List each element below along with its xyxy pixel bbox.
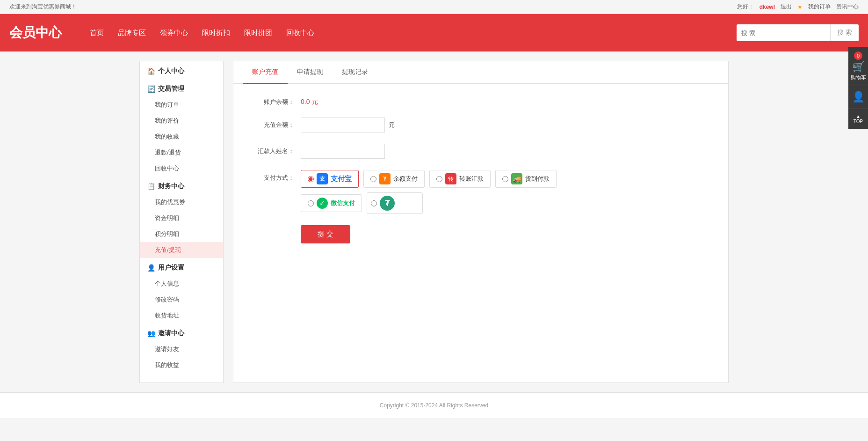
trade-icon: 🔄 <box>147 85 155 93</box>
top-label: TOP <box>854 119 863 124</box>
payment-section: 支付方式： 支 支付宝 ¥ 余额支付 <box>252 170 709 214</box>
sidebar-item-refund[interactable]: 退款/退货 <box>140 145 223 161</box>
sidebar-section-settings: 👤 用户设置 <box>140 258 223 276</box>
payment-wechat[interactable]: ✓ 微信支付 <box>301 194 362 212</box>
payment-usdt[interactable]: ₮ <box>367 192 423 214</box>
radio-wechat[interactable] <box>308 200 314 206</box>
sidebar-item-favorites[interactable]: 我的收藏 <box>140 129 223 145</box>
radio-cod[interactable] <box>502 176 508 182</box>
balance-pay-label: 余额支付 <box>393 175 418 183</box>
search-input[interactable] <box>737 29 830 37</box>
top-icon: ▲ <box>856 114 861 119</box>
content-area: 账户充值 申请提现 提现记录 账户余额： 0.0 元 充值金额： 元 汇款人姓名… <box>233 61 729 383</box>
radio-transfer[interactable] <box>436 176 442 182</box>
payer-row: 汇款人姓名： <box>252 144 709 159</box>
cod-icon: 🚚 <box>511 173 522 184</box>
sidebar-item-address[interactable]: 收货地址 <box>140 308 223 323</box>
search-box: 搜 索 <box>737 24 859 41</box>
sidebar-settings-label: 用户设置 <box>158 264 184 272</box>
balance-value: 0.0 元 <box>301 98 318 106</box>
user-item[interactable]: 👤 <box>848 86 868 109</box>
sidebar-item-password[interactable]: 修改密码 <box>140 292 223 308</box>
payment-alipay[interactable]: 支 支付宝 <box>301 170 359 188</box>
right-panel: 0 🛒 购物车 👤 ▲ TOP <box>848 47 868 129</box>
submit-row: 提 交 <box>252 225 709 243</box>
tab-recharge[interactable]: 账户充值 <box>243 61 288 84</box>
sidebar-section-finance: 📋 财务中心 <box>140 176 223 194</box>
top-button[interactable]: ▲ TOP <box>848 109 868 129</box>
sidebar: 🏠 个人中心 🔄 交易管理 我的订单 我的评价 我的收藏 退款/退货 回收中心 … <box>139 61 224 383</box>
nav-home[interactable]: 首页 <box>90 26 104 40</box>
payer-input[interactable] <box>301 144 385 159</box>
yuan-unit: 元 <box>389 121 395 129</box>
topbar-logout[interactable]: 退出 <box>781 3 792 11</box>
alipay-icon: 支 <box>317 173 328 184</box>
sidebar-section-personal: 🏠 个人中心 <box>140 61 223 79</box>
topbar-greeting: 您好： <box>737 3 754 11</box>
topbar-username: dkewl <box>760 4 775 10</box>
payment-cod[interactable]: 🚚 货到付款 <box>495 170 557 188</box>
wechat-icon: ✓ <box>317 198 328 209</box>
radio-usdt[interactable] <box>371 200 377 206</box>
sidebar-item-recycle[interactable]: 回收中心 <box>140 161 223 176</box>
payment-balance[interactable]: ¥ 余额支付 <box>363 170 425 188</box>
radio-balance[interactable] <box>370 176 376 182</box>
payment-transfer[interactable]: 转 转账汇款 <box>429 170 491 188</box>
cart-icon: 🛒 <box>852 61 865 73</box>
balance-label: 账户余额： <box>252 98 294 106</box>
cart-badge: 0 <box>854 51 862 60</box>
user-panel-icon: 👤 <box>852 91 865 103</box>
footer-text: Copyright © 2015-2024 All Rights Reserve… <box>380 402 488 409</box>
sidebar-personal-label: 个人中心 <box>158 67 184 75</box>
invite-icon: 👥 <box>147 330 155 337</box>
sidebar-item-coupons[interactable]: 我的优惠券 <box>140 194 223 210</box>
balance-row: 账户余额： 0.0 元 <box>252 98 709 106</box>
wechat-label: 微信支付 <box>331 199 355 207</box>
sidebar-item-invite-friends[interactable]: 邀请好友 <box>140 341 223 357</box>
sidebar-invite-label: 邀请中心 <box>158 329 184 338</box>
nav-recycle[interactable]: 回收中心 <box>286 26 314 40</box>
header: 会员中心 首页 品牌专区 领券中心 限时折扣 限时拼团 回收中心 搜 索 <box>0 14 868 51</box>
sidebar-trade-label: 交易管理 <box>158 85 184 93</box>
sidebar-item-earnings[interactable]: 我的收益 <box>140 357 223 373</box>
submit-button[interactable]: 提 交 <box>301 225 350 243</box>
nav-brand[interactable]: 品牌专区 <box>118 26 146 40</box>
topbar-news[interactable]: 资讯中心 <box>836 3 859 11</box>
tab-withdraw-apply[interactable]: 申请提现 <box>288 61 333 84</box>
topbar-welcome: 欢迎来到淘宝优惠券商城！ <box>9 3 77 11</box>
topbar: 欢迎来到淘宝优惠券商城！ 您好： dkewl 退出 ★ 我的订单 资讯中心 <box>0 0 868 14</box>
sidebar-finance-label: 财务中心 <box>158 182 184 191</box>
form-area: 账户余额： 0.0 元 充值金额： 元 汇款人姓名： 支付方式： <box>233 84 728 257</box>
search-button[interactable]: 搜 索 <box>830 24 859 41</box>
user-settings-icon: 👤 <box>147 264 155 272</box>
payment-label: 支付方式： <box>252 170 294 182</box>
sidebar-section-trade: 🔄 交易管理 <box>140 79 223 97</box>
home-icon: 🏠 <box>147 67 155 75</box>
sidebar-item-reviews[interactable]: 我的评价 <box>140 113 223 129</box>
tab-withdraw-record[interactable]: 提现记录 <box>333 61 377 84</box>
sidebar-item-orders[interactable]: 我的订单 <box>140 97 223 113</box>
alipay-label: 支付宝 <box>331 175 352 184</box>
payment-row-2: ✓ 微信支付 ₮ <box>301 192 557 214</box>
sidebar-item-profile[interactable]: 个人信息 <box>140 276 223 292</box>
topbar-star-icon: ★ <box>797 4 803 10</box>
nav-group[interactable]: 限时拼团 <box>244 26 272 40</box>
cart-item[interactable]: 0 🛒 购物车 <box>848 47 868 86</box>
sidebar-item-recharge[interactable]: 充值/提现 <box>140 242 223 258</box>
radio-alipay[interactable] <box>308 176 314 182</box>
main: 🏠 个人中心 🔄 交易管理 我的订单 我的评价 我的收藏 退款/退货 回收中心 … <box>130 61 738 383</box>
finance-icon: 📋 <box>147 183 155 190</box>
sidebar-item-points[interactable]: 积分明细 <box>140 226 223 242</box>
sidebar-item-fund[interactable]: 资金明细 <box>140 210 223 226</box>
recharge-input[interactable] <box>301 118 385 132</box>
transfer-icon: 转 <box>445 173 456 184</box>
topbar-orders[interactable]: 我的订单 <box>808 3 831 11</box>
recharge-label: 充值金额： <box>252 121 294 129</box>
payment-options: 支 支付宝 ¥ 余额支付 转 转账汇款 <box>301 170 557 214</box>
nav-coupon[interactable]: 领券中心 <box>160 26 188 40</box>
tabs: 账户充值 申请提现 提现记录 <box>233 61 728 84</box>
payer-label: 汇款人姓名： <box>252 147 294 155</box>
balance-icon: ¥ <box>379 173 391 184</box>
nav: 首页 品牌专区 领券中心 限时折扣 限时拼团 回收中心 <box>90 26 737 40</box>
nav-discount[interactable]: 限时折扣 <box>202 26 230 40</box>
